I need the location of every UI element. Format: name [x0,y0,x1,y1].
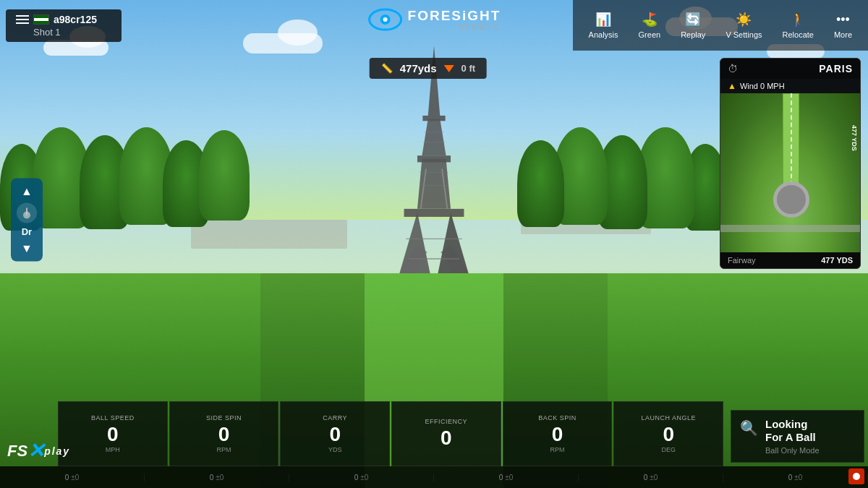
bottom-cell-1: 0 ±0 [145,474,289,481]
wind-arrow-icon: ▲ [728,81,736,91]
brand-logo: FS ✕ play [7,439,70,463]
nav-item-analysis[interactable]: 📊 Analysis [579,6,629,45]
top-bar: a98cr125 Shot 1 FORESiGHT SPORTS 📊 Analy… [0,0,868,51]
stat-label-ball-speed: BALL SPEED [91,414,135,421]
looking-for-ball-panel: 🔍 Looking For A Ball Ball Only Mode [731,410,864,463]
stat-label-launch-angle: LAUNCH ANGLE [641,414,696,421]
stats-bar: BALL SPEED 0 MPH SIDE SPIN 0 RPM CARRY 0… [58,401,723,466]
analysis-icon: 📊 [595,12,611,27]
search-icon: 🔍 [740,419,758,437]
brand-fs-letters: FS [7,442,27,461]
player-info-box: a98cr125 Shot 1 [6,9,122,42]
trees-right [493,127,727,298]
stat-value-back-spin: 0 [552,424,563,445]
nav-item-vsettings[interactable]: ☀️ V Settings [715,6,772,45]
distance-yards: 477yds [400,62,437,74]
stat-carry: CARRY 0 YDS [280,401,390,466]
minimap-wind-bar: ▲ Wind 0 MPH [720,79,860,93]
minimap: ⏱ PARIS ▲ Wind 0 MPH 477 YDS Fairway 477 [720,58,861,269]
nav-label-more: More [834,30,852,39]
bottom-cell-4: 0 ±0 [579,474,723,481]
nav-label-relocate: Relocate [783,30,814,39]
stat-back-spin: BACK SPIN 0 RPM [503,401,613,466]
record-button[interactable] [848,468,864,484]
logo-area: FORESiGHT SPORTS [367,4,501,36]
map-background: 477 YDS [720,93,861,252]
minimap-clock-icon: ⏱ [728,63,738,74]
nav-item-relocate[interactable]: 🚶 Relocate [773,6,824,45]
nav-item-replay[interactable]: 🔄 Replay [671,6,715,45]
green-icon: ⛳ [642,12,658,27]
svg-rect-15 [26,207,27,215]
logo-eye-icon [367,4,404,36]
stat-label-back-spin: BACK SPIN [538,414,576,421]
logo-brand-name: FORESiGHT [408,8,501,24]
stat-unit-launch-angle: DEG [661,446,676,453]
nav-label-analysis: Analysis [589,30,618,39]
minimap-footer: Fairway 477 YDS [720,252,860,268]
minimap-footer-left: Fairway [728,256,756,265]
nav-label-green: Green [639,30,661,39]
stat-label-side-spin: SIDE SPIN [206,414,242,421]
replay-icon: 🔄 [685,12,701,27]
minimap-header: ⏱ PARIS [720,59,860,79]
bottom-cell-0: 0 ±0 [0,474,145,481]
minimap-footer-right: 477 YDS [821,256,853,265]
stat-ball-speed: BALL SPEED 0 MPH [58,401,168,466]
looking-for-ball-text: Looking For A Ball Ball Only Mode [765,418,820,455]
stat-value-carry: 0 [329,424,341,445]
club-selector: ▲ Dr ▼ [11,178,43,261]
club-arrow-up[interactable]: ▲ [15,182,38,200]
club-icon [17,202,37,223]
minimap-wind-text: Wind 0 MPH [740,82,785,90]
looking-line2: For A Ball [765,431,816,443]
relocate-icon: 🚶 [790,12,806,27]
brand-fs-text: FS ✕ play [7,439,70,463]
bottom-cell-3: 0 ±0 [434,474,579,481]
bottom-cell-5: 0 ±0 [723,474,868,481]
stat-unit-side-spin: RPM [217,446,231,453]
logo-subtitle: SPORTS [408,24,501,32]
nav-label-vsettings: V Settings [726,30,762,39]
nav-item-green[interactable]: ⛳ Green [629,6,671,45]
player-name: a98cr125 [54,14,97,25]
stat-side-spin: SIDE SPIN 0 RPM [169,401,279,466]
hamburger-menu[interactable] [16,15,29,24]
top-navigation: 📊 Analysis ⛳ Green 🔄 Replay ☀️ V Setting… [573,0,868,51]
stat-label-carry: CARRY [323,414,347,421]
player-flag [33,14,49,25]
stat-unit-carry: YDS [328,446,342,453]
triangle-down-icon [444,65,454,72]
record-indicator [853,473,860,480]
svg-rect-0 [404,209,464,217]
ball-only-mode-label: Ball Only Mode [765,446,820,455]
stat-value-side-spin: 0 [218,424,230,445]
measure-icon: 📏 [381,63,393,74]
distance-elevation: 0 ft [461,63,476,74]
shot-label: Shot 1 [16,27,111,38]
logo-text-block: FORESiGHT SPORTS [408,8,501,32]
driver-icon [20,206,33,219]
bottom-cell-2: 0 ±0 [289,474,434,481]
minimap-location: PARIS [819,63,853,74]
stat-label-efficiency: EFFICIENCY [425,418,468,425]
stat-unit-back-spin: RPM [550,446,565,453]
stat-unit-ball-speed: MPH [106,446,120,453]
minimap-image[interactable]: 477 YDS [720,93,861,252]
stat-efficiency: EFFICIENCY 0 [391,401,501,466]
svg-rect-4 [422,116,445,121]
bottom-strip: 0 ±0 0 ±0 0 ±0 0 ±0 0 ±0 0 ±0 [0,466,868,488]
brand-x-letter: ✕ [27,439,44,463]
nav-item-more[interactable]: ••• More [824,7,862,45]
nav-label-replay: Replay [681,30,705,39]
vsettings-icon: ☀️ [736,12,752,27]
stat-value-ball-speed: 0 [107,424,119,445]
looking-line1: Looking [765,418,807,430]
club-arrow-down[interactable]: ▼ [15,239,38,257]
svg-rect-3 [417,155,451,162]
map-distance-label: 477 YDS [851,125,858,151]
svg-point-13 [383,17,388,22]
distance-badge: 📏 477yds 0 ft [370,58,487,79]
stat-value-efficiency: 0 [441,428,452,448]
club-name: Dr [22,226,32,236]
